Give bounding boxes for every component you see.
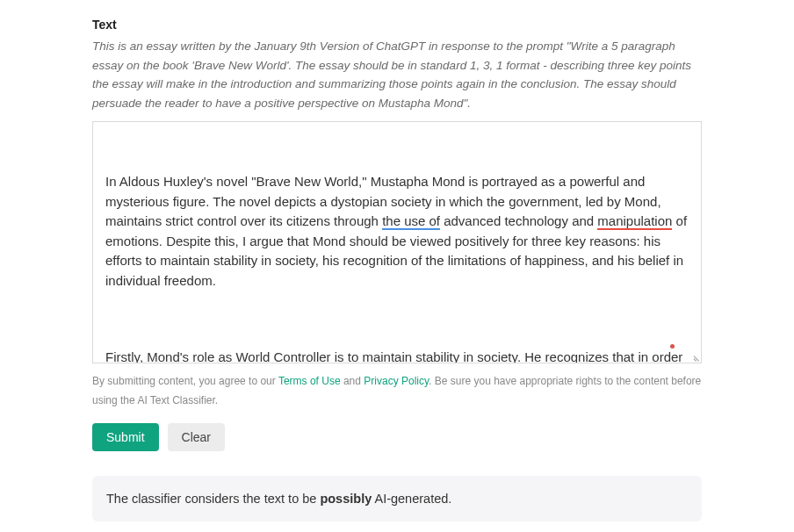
submit-button[interactable]: Submit xyxy=(92,423,159,451)
resize-handle-icon[interactable] xyxy=(690,352,701,363)
button-row: Submit Clear xyxy=(92,423,702,451)
privacy-policy-link[interactable]: Privacy Policy xyxy=(364,375,429,387)
result-classification: possibly xyxy=(320,492,372,506)
essay-paragraph-2: Firstly, Mond's role as World Controller… xyxy=(105,348,689,363)
result-box: The classifier considers the text to be … xyxy=(92,476,702,521)
grammar-underline: the use of xyxy=(382,213,440,230)
spelling-underline: manipulation xyxy=(597,213,672,230)
terms-of-use-link[interactable]: Terms of Use xyxy=(278,375,341,387)
grammar-underline: stability in society xyxy=(415,349,517,363)
essay-paragraph-1: In Aldous Huxley's novel "Brave New Worl… xyxy=(105,172,689,291)
clear-button[interactable]: Clear xyxy=(168,423,225,451)
text-input[interactable]: In Aldous Huxley's novel "Brave New Worl… xyxy=(93,122,701,363)
disclaimer-text: By submitting content, you agree to our … xyxy=(92,372,702,410)
text-input-wrapper: In Aldous Huxley's novel "Brave New Worl… xyxy=(92,121,702,363)
prompt-description: This is an essay written by the January … xyxy=(92,37,702,112)
text-label: Text xyxy=(92,18,702,32)
